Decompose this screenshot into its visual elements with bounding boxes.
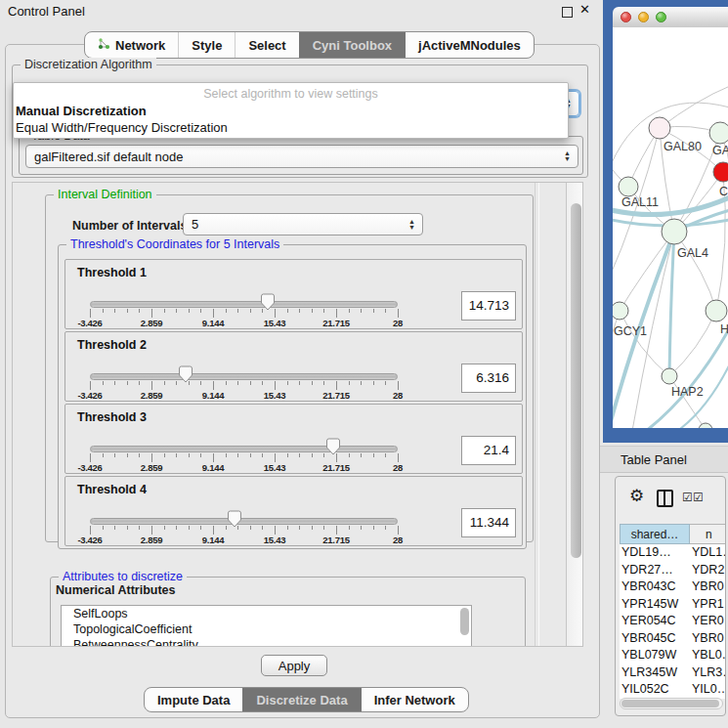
horizontal-scrollbar-thumb[interactable] — [621, 700, 719, 707]
table-row[interactable]: YBL079WYBL0… — [620, 647, 726, 664]
close-light-icon[interactable] — [621, 12, 631, 22]
columns-icon[interactable] — [657, 490, 673, 507]
tab-label: Select — [248, 38, 285, 53]
network-edge[interactable] — [669, 232, 674, 376]
tick-label: 21.715 — [322, 390, 349, 401]
network-canvas[interactable]: GAL80GACGAL11GAL4GCY1HHAP2 — [613, 27, 728, 428]
minimize-light-icon[interactable] — [638, 12, 649, 22]
table-row[interactable]: YBR043CYBR0… — [620, 578, 726, 596]
vertical-scrollbar[interactable] — [566, 183, 583, 646]
cell-name: YLR3… — [692, 665, 726, 679]
slider-thumb[interactable] — [325, 438, 341, 455]
table-row[interactable]: YBR045CYBR0… — [620, 630, 726, 648]
tab-style[interactable]: Style — [178, 32, 235, 58]
network-edge[interactable] — [669, 311, 716, 376]
slider-thumb[interactable] — [178, 365, 193, 383]
tab-discretize-data[interactable]: Discretize Data — [242, 688, 360, 711]
number-of-intervals-combobox[interactable]: 5 ▲▼ — [183, 213, 423, 236]
threshold-slider[interactable]: -3.4262.8599.14415.4321.71528 — [90, 365, 398, 403]
tab-network[interactable]: Network — [85, 32, 178, 58]
table-row[interactable]: YER054CYER0… — [620, 613, 726, 630]
float-window-icon[interactable] — [562, 7, 573, 18]
table-row[interactable]: YDL19…YDL1… — [620, 544, 726, 562]
slider-track[interactable] — [90, 446, 398, 452]
network-node-label: GAL11 — [621, 195, 659, 209]
tab-jactivemnodules[interactable]: jActiveMNodules — [405, 32, 534, 58]
list-item[interactable]: BetweennessCentrality — [62, 637, 471, 647]
close-icon[interactable]: ✕ — [579, 2, 590, 17]
table-panel-title: Table Panel — [621, 452, 687, 467]
table-data-combobox[interactable]: galFiltered.sif default node ▲▼ — [25, 145, 578, 168]
list-item[interactable]: TopologicalCoefficient — [62, 621, 471, 637]
network-edge[interactable] — [642, 321, 728, 428]
tick-mark — [361, 526, 362, 530]
threshold-value-field[interactable]: 11.344 — [461, 508, 516, 537]
network-node-gal4[interactable] — [662, 219, 687, 244]
network-edge[interactable] — [620, 232, 674, 311]
tab-impute-data[interactable]: Impute Data — [145, 688, 242, 711]
tick-mark — [164, 309, 165, 313]
network-node-label: GA — [712, 144, 728, 157]
network-edge[interactable] — [674, 232, 716, 311]
tick-mark — [312, 309, 313, 313]
slider-tick-labels: -3.4262.8599.14415.4321.71528 — [90, 462, 398, 474]
tick-mark — [103, 453, 104, 457]
threshold-value-field[interactable]: 14.713 — [461, 291, 516, 321]
tick-mark — [275, 453, 276, 462]
network-node-h[interactable] — [706, 300, 727, 321]
tick-label: -3.426 — [77, 535, 102, 545]
combo-arrows-icon: ▲▼ — [564, 150, 571, 162]
threshold-value-field[interactable]: 6.316 — [461, 364, 516, 393]
tab-infer-network[interactable]: Infer Network — [361, 688, 468, 711]
column-header-shared[interactable]: shared… — [620, 524, 690, 544]
network-node[interactable] — [699, 423, 712, 428]
list-item[interactable]: SelfLoops — [62, 606, 471, 621]
numerical-attributes-list[interactable]: SelfLoopsTopologicalCoefficientBetweenne… — [61, 605, 472, 647]
cell-shared-name: YDR27… — [621, 563, 673, 577]
tick-mark — [127, 526, 128, 530]
network-node-ga[interactable] — [709, 122, 728, 144]
network-icon — [98, 37, 110, 53]
network-node-c[interactable] — [713, 162, 728, 182]
table-row[interactable]: YLR345WYLR3… — [620, 664, 726, 682]
zoom-light-icon[interactable] — [656, 12, 666, 22]
table-row[interactable]: YPR145WYPR1… — [620, 596, 726, 614]
slider-track[interactable] — [90, 373, 398, 380]
threshold-slider[interactable]: -3.4262.8599.14415.4321.71528 — [90, 438, 398, 475]
network-node-gal80[interactable] — [649, 117, 670, 139]
table-row[interactable]: YIL052CYIL0… — [620, 681, 726, 699]
tab-cyni-toolbox[interactable]: Cyni Toolbox — [299, 32, 405, 58]
cell-shared-name: YBR043C — [621, 579, 676, 593]
network-node-hap2[interactable] — [662, 368, 677, 384]
slider-track[interactable] — [90, 518, 398, 525]
table-row[interactable]: YDR27…YDR2… — [620, 562, 726, 579]
slider-thumb[interactable] — [227, 510, 242, 528]
threshold-slider[interactable]: -3.4262.8599.14415.4321.71528 — [90, 293, 398, 330]
network-edge[interactable] — [669, 376, 706, 428]
table-data-value: galFiltered.sif default node — [34, 150, 183, 164]
tick-label: -3.426 — [77, 318, 102, 328]
slider-thumb[interactable] — [260, 293, 276, 311]
checkbox-icon[interactable]: ☑ — [682, 492, 693, 503]
list-scrollbar[interactable] — [460, 608, 469, 635]
network-window-titlebar[interactable] — [613, 7, 728, 28]
dropdown-option-manual-discretization[interactable]: Manual Discretization — [14, 103, 568, 119]
threshold-value-field[interactable]: 21.4 — [461, 436, 516, 465]
horizontal-scrollbar[interactable] — [620, 698, 723, 709]
checkbox-icon[interactable]: ☑ — [693, 492, 704, 503]
apply-button[interactable]: Apply — [261, 655, 327, 676]
slider-track[interactable] — [90, 301, 398, 308]
tick-mark — [189, 309, 190, 313]
tick-mark — [127, 381, 128, 385]
tick-mark — [373, 309, 374, 313]
gear-icon[interactable]: ⚙ — [629, 486, 644, 506]
column-header-name[interactable]: n — [690, 524, 726, 544]
tab-select[interactable]: Select — [235, 32, 298, 58]
network-edge[interactable] — [660, 86, 728, 128]
network-node-gal11[interactable] — [619, 177, 638, 196]
dropdown-option-equal-width-frequency-discretization[interactable]: Equal Width/Frequency Discretization — [14, 119, 568, 136]
threshold-slider[interactable]: -3.4262.8599.14415.4321.71528 — [90, 510, 398, 547]
vertical-scrollbar-thumb[interactable] — [571, 203, 581, 558]
algorithm-group-title: Discretization Algorithm — [21, 58, 156, 72]
network-node-gcy1[interactable] — [613, 302, 628, 320]
